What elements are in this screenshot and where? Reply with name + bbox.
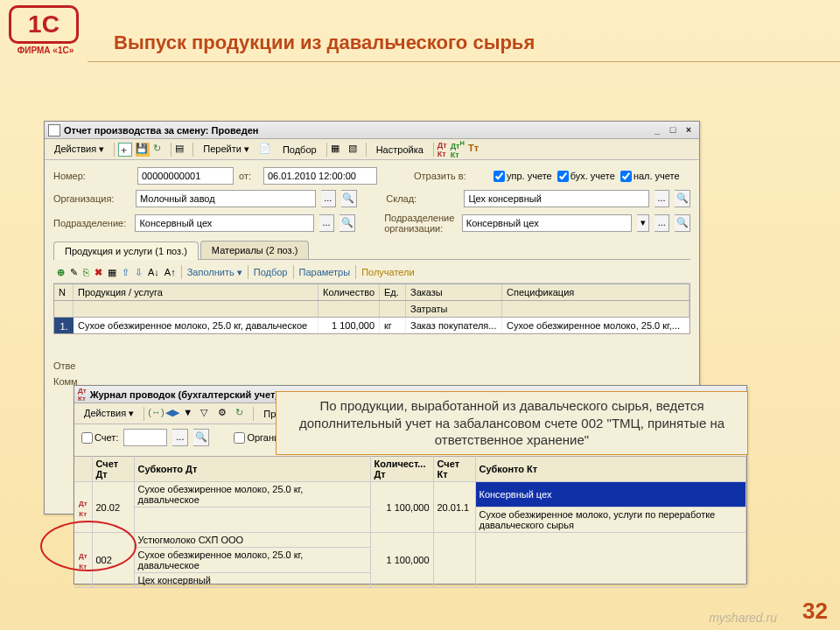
col-subkt: Субконто Кт bbox=[475, 457, 746, 482]
cell-prod: Сухое обезжиренное молоко, 25.0 кг, дава… bbox=[74, 318, 318, 333]
close-button[interactable]: × bbox=[682, 124, 696, 136]
toolbar: Действия ▾ ＋ 💾 ↻ ▤ Перейти ▾ 📄 Подбор ▦ … bbox=[45, 139, 699, 160]
grid-toolbar: ⊕ ✎ ⎘ ✖ ▦ ⇧ ⇩ A↓ A↑ Заполнить ▾ Подбор П… bbox=[53, 262, 690, 284]
org-picker[interactable]: ... bbox=[321, 190, 337, 207]
save-icon[interactable]: 💾 bbox=[136, 143, 150, 157]
callout-box: По продукции, выработанной из давальческ… bbox=[276, 391, 748, 455]
slide-title: Выпуск продукции из давальческого сырья bbox=[114, 32, 535, 54]
recipients-button[interactable]: Получатели bbox=[361, 267, 415, 277]
sklad-input[interactable] bbox=[464, 190, 648, 207]
podrorg-label: Подразделение организации: bbox=[384, 213, 457, 234]
number-input[interactable] bbox=[137, 167, 234, 185]
dtkt-row-icon: ДтКт bbox=[79, 500, 88, 518]
col-qtydt: Количест... Дт bbox=[370, 457, 433, 482]
podr-input[interactable] bbox=[135, 214, 313, 232]
posting-grid[interactable]: Счет Дт Субконто Дт Количест... Дт Счет … bbox=[74, 456, 746, 588]
minimize-button[interactable]: _ bbox=[650, 124, 664, 136]
goto-menu[interactable]: Перейти ▾ bbox=[197, 141, 256, 158]
col-spec: Спецификация bbox=[502, 284, 690, 300]
podr-picker[interactable]: ... bbox=[319, 214, 335, 232]
filter-icon[interactable]: ▤ bbox=[175, 143, 189, 157]
buh-checkbox[interactable]: бух. учете bbox=[557, 171, 615, 182]
dtkt-icon[interactable]: ДтКт bbox=[438, 141, 447, 158]
col-acckt: Счет Кт bbox=[433, 457, 475, 482]
cell-qty1: 1 100,000 bbox=[370, 482, 433, 533]
highlight-ellipse bbox=[40, 521, 136, 571]
maximize-button[interactable]: □ bbox=[666, 124, 680, 136]
date-label: от: bbox=[239, 171, 258, 181]
logo: 1C ФИРМА «1С» bbox=[9, 5, 82, 55]
col-product: Продукция / услуга bbox=[74, 284, 318, 300]
clear-icon[interactable]: ▽ bbox=[200, 407, 214, 421]
acc-filter-lookup-icon[interactable]: 🔍 bbox=[193, 429, 209, 446]
posting-row[interactable]: ДтКт 002 Устюгмолоко СХП ООО 1 100,000 bbox=[74, 533, 746, 548]
acc-filter-checkbox[interactable]: Счет: bbox=[81, 432, 118, 444]
podrorg-picker[interactable]: ... bbox=[654, 214, 670, 232]
products-grid[interactable]: N Продукция / услуга Количество Ед. Зака… bbox=[53, 284, 690, 334]
grid-podbor[interactable]: Подбор bbox=[254, 267, 288, 277]
settings2-icon[interactable]: ⚙ bbox=[218, 407, 232, 421]
actions-menu[interactable]: Действия ▾ bbox=[48, 141, 110, 158]
acc-filter-picker[interactable]: ... bbox=[172, 429, 188, 446]
tt-icon[interactable]: Tт bbox=[468, 143, 482, 157]
grid-row[interactable]: 1. Сухое обезжиренное молоко, 25.0 кг, д… bbox=[54, 318, 690, 333]
nal-checkbox[interactable]: нал. учете bbox=[620, 171, 680, 182]
fill-button[interactable]: Заполнить ▾ bbox=[187, 267, 242, 278]
sklad-lookup-icon[interactable]: 🔍 bbox=[675, 190, 690, 207]
nav-prev-icon[interactable]: ◀▶ bbox=[165, 407, 179, 421]
actions2-menu[interactable]: Действия ▾ bbox=[78, 405, 140, 422]
reflect-label: Отразить в: bbox=[414, 171, 488, 181]
cell-sub2a: Консервный цех bbox=[475, 482, 746, 508]
delete-icon[interactable]: ✖ bbox=[94, 267, 102, 278]
add-icon[interactable]: ⊕ bbox=[57, 267, 65, 278]
podrorg-lookup-icon[interactable]: 🔍 bbox=[675, 214, 690, 232]
sort-asc-icon[interactable]: A↓ bbox=[148, 267, 159, 277]
reload-icon[interactable]: ↻ bbox=[235, 407, 249, 421]
new-icon[interactable]: ＋ bbox=[118, 143, 132, 157]
upr-checkbox[interactable]: упр. учете bbox=[494, 171, 552, 182]
settings-button[interactable]: Настройка bbox=[370, 142, 430, 158]
org-label: Организация: bbox=[53, 193, 130, 204]
tab-products[interactable]: Продукция и услуги (1 поз.) bbox=[53, 242, 199, 260]
podrorg-input[interactable] bbox=[462, 214, 633, 232]
cell-sub1: Сухое обезжиренное молоко, 25.0 кг, дава… bbox=[134, 482, 370, 508]
podbor-button[interactable]: Подбор bbox=[276, 142, 323, 158]
posting-row[interactable]: ДтКт 20.02 Сухое обезжиренное молоко, 25… bbox=[74, 482, 746, 508]
dtkt2-icon[interactable]: ДтНКт bbox=[451, 139, 465, 159]
clone-icon[interactable]: ⎘ bbox=[83, 267, 89, 277]
cell-qty: 1 100,000 bbox=[318, 318, 380, 333]
number-label: Номер: bbox=[53, 171, 132, 181]
page-number: 32 bbox=[802, 598, 828, 625]
podr-lookup-icon[interactable]: 🔍 bbox=[340, 214, 355, 232]
logo-mark-text: 1C bbox=[28, 10, 60, 38]
nav-first-icon[interactable]: (↔) bbox=[148, 407, 162, 421]
col-cost: Затраты bbox=[406, 301, 502, 317]
cell-sub2b: Сухое обезжиренное молоко, услуги по пер… bbox=[475, 508, 746, 533]
tab-materials[interactable]: Материалы (2 поз.) bbox=[200, 241, 310, 259]
sort-desc-icon[interactable]: A↑ bbox=[164, 267, 176, 277]
funnel-icon[interactable]: ▼ bbox=[183, 407, 197, 421]
acc-filter-input[interactable] bbox=[123, 429, 167, 446]
cell-qty2: 1 100,000 bbox=[370, 533, 433, 588]
col-n: N bbox=[54, 284, 74, 300]
up-icon[interactable]: ⇧ bbox=[122, 267, 130, 278]
titlebar[interactable]: Отчет производства за смену: Проведен _ … bbox=[45, 122, 699, 139]
sklad-picker[interactable]: ... bbox=[654, 190, 670, 207]
op1-icon[interactable]: ▦ bbox=[331, 143, 345, 157]
report-icon[interactable]: 📄 bbox=[259, 143, 273, 157]
edit-icon[interactable]: ✎ bbox=[70, 267, 78, 278]
cell-acc2: 20.01.1 bbox=[433, 482, 475, 533]
col-qty: Количество bbox=[318, 284, 380, 300]
podrorg-dropdown-icon[interactable]: ▾ bbox=[637, 214, 649, 232]
view-icon[interactable]: ▦ bbox=[108, 267, 116, 278]
down-icon[interactable]: ⇩ bbox=[135, 267, 143, 278]
op2-icon[interactable]: ▧ bbox=[348, 143, 362, 157]
refresh-icon[interactable]: ↻ bbox=[153, 143, 167, 157]
sklad-label: Склад: bbox=[386, 193, 458, 204]
window-icon bbox=[48, 124, 60, 136]
window-title: Отчет производства за смену: Проведен bbox=[64, 125, 650, 136]
date-input[interactable] bbox=[263, 167, 377, 185]
org-lookup-icon[interactable]: 🔍 bbox=[341, 190, 357, 207]
params-button[interactable]: Параметры bbox=[299, 267, 351, 277]
org-input[interactable] bbox=[136, 190, 316, 207]
